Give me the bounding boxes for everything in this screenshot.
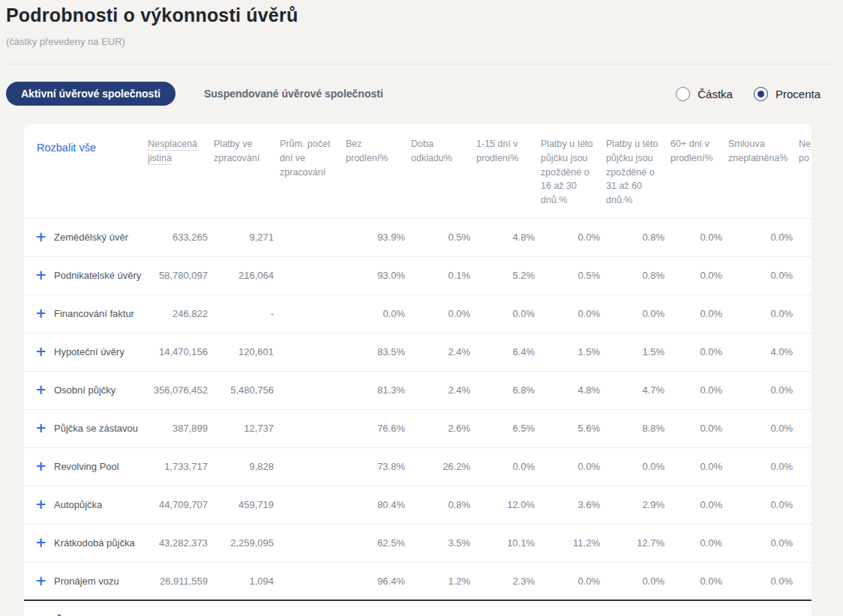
tab-active-lenders[interactable]: Aktivní úvěrové společnosti — [6, 82, 176, 106]
cell-avg-days — [280, 371, 346, 409]
table-row: + Podnikatelské úvěry 58,780,097 216,064… — [24, 256, 812, 295]
cell-current: 62.5% — [346, 524, 411, 562]
cell-1-15: 10.1% — [476, 524, 541, 562]
row-label: Krátkodobá půjčka — [54, 524, 148, 562]
expand-cell: + — [24, 524, 54, 562]
cell-clipped — [799, 562, 812, 600]
cell-16-30: 0.0% — [541, 218, 606, 256]
cell-payments-processing: - — [214, 295, 280, 333]
cell-outstanding-principal: 387,899 — [148, 409, 214, 447]
cell-current: 81.3% — [346, 371, 411, 409]
cell-grace: 0.5% — [411, 218, 476, 256]
display-mode-toggle: Částka Procenta — [676, 87, 820, 101]
cell-grace: 26.2% — [411, 447, 476, 486]
cell-31-60: 2.9% — [606, 486, 670, 524]
cell-contract-voided: 0.0% — [728, 486, 799, 524]
cell-current: 93.9% — [346, 218, 411, 256]
cell-31-60: 12.7% — [606, 524, 670, 562]
loan-performance-table: Rozbalit vše Nesplacená jistina Platby v… — [24, 124, 812, 616]
cell-outstanding-principal: 246,822 — [148, 295, 214, 333]
cell-contract-voided: 0.0% — [728, 562, 799, 600]
expand-plus-icon[interactable]: + — [35, 230, 46, 244]
row-label: Půjčka se zástavou — [54, 409, 148, 447]
cell-1-15: 4.8% — [476, 218, 541, 256]
expand-plus-icon[interactable]: + — [35, 383, 46, 396]
cell-outstanding-principal: 43,282,373 — [148, 524, 214, 562]
cell-clipped — [799, 256, 812, 295]
cell-16-30: 11.2% — [541, 524, 606, 562]
cell-contract-voided: 0.0% — [728, 447, 799, 486]
cell-31-60: 4.7% — [606, 371, 670, 409]
cell-avg-days — [280, 256, 346, 295]
row-label: Financování faktur — [54, 295, 148, 333]
cell-grace: 0.0% — [411, 295, 476, 333]
total-avg-days — [280, 600, 346, 616]
row-label: Zemědělský úvěr — [54, 218, 148, 256]
expand-all-link[interactable]: Rozbalit vše — [37, 140, 96, 157]
cell-payments-processing: 9,828 — [214, 447, 280, 486]
total-label: Částka — [24, 600, 148, 616]
table-row: + Financování faktur 246,822 - 0.0% 0.0%… — [24, 295, 812, 333]
cell-current: 93.0% — [346, 256, 411, 295]
cell-clipped — [799, 409, 812, 447]
cell-31-60: 0.0% — [606, 447, 670, 486]
radio-amount[interactable]: Částka — [676, 87, 733, 101]
expand-plus-icon[interactable]: + — [35, 268, 46, 282]
cell-grace: 3.5% — [411, 524, 476, 562]
cell-payments-processing: 5,480,756 — [214, 371, 280, 409]
tab-suspended-lenders[interactable]: Suspendované úvěrové společnosti — [201, 82, 386, 106]
radio-percent[interactable]: Procenta — [754, 87, 820, 101]
col-header-16-30-late: Platby u této půjčku jsou zpožděné o 16 … — [541, 124, 606, 218]
radio-unselected-icon[interactable] — [676, 87, 690, 101]
cell-16-30: 5.6% — [541, 409, 606, 447]
cell-payments-processing: 12,737 — [214, 409, 280, 447]
cell-avg-days — [280, 218, 346, 256]
expand-plus-icon[interactable]: + — [35, 574, 46, 588]
radio-amount-label: Částka — [698, 88, 733, 100]
cell-avg-days — [280, 486, 346, 524]
expand-plus-icon[interactable]: + — [35, 421, 46, 435]
cell-current: 76.6% — [346, 409, 411, 447]
table-row: + Autopůjčka 44,709,707 459,719 80.4% 0.… — [24, 486, 812, 524]
cell-31-60: 0.0% — [606, 295, 670, 333]
expand-plus-icon[interactable]: + — [35, 459, 46, 473]
col-header-60plus-late: 60+ dní v prodlení% — [670, 124, 728, 218]
total-payments-processing: 8,569,169 — [214, 600, 280, 616]
cell-current: 96.4% — [346, 562, 411, 600]
expand-plus-icon[interactable]: + — [35, 345, 46, 358]
expand-plus-icon[interactable]: + — [35, 307, 46, 320]
cell-current: 73.8% — [346, 447, 411, 486]
expand-all-cell: Rozbalit vše — [24, 124, 148, 218]
cell-60plus: 0.0% — [670, 295, 728, 333]
cell-clipped — [799, 524, 812, 562]
cell-16-30: 0.0% — [541, 447, 606, 486]
col-header-contract-voided: Smlouva zneplatněna% — [728, 124, 799, 218]
cell-contract-voided: 0.0% — [728, 524, 799, 562]
expand-plus-icon[interactable]: + — [35, 536, 46, 549]
cell-31-60: 8.8% — [606, 409, 670, 447]
header-divider — [6, 64, 837, 64]
expand-cell: + — [24, 256, 54, 295]
cell-60plus: 0.0% — [670, 409, 728, 447]
cell-1-15: 5.2% — [476, 256, 541, 295]
cell-outstanding-principal: 633,265 — [148, 218, 214, 256]
cell-avg-days — [280, 524, 346, 562]
expand-plus-icon[interactable]: + — [35, 498, 46, 511]
cell-1-15: 6.5% — [476, 409, 541, 447]
table-row: + Hypoteční úvěry 14,470,156 120,601 83.… — [24, 333, 812, 371]
cell-current: 83.5% — [346, 333, 411, 371]
total-contract-voided: 0.1% — [728, 600, 799, 616]
cell-outstanding-principal: 26,911,559 — [148, 562, 214, 600]
cell-current: 80.4% — [346, 486, 411, 524]
expand-cell: + — [24, 486, 54, 524]
cell-payments-processing: 2,259,095 — [214, 524, 280, 562]
expand-cell: + — [24, 371, 54, 409]
cell-1-15: 2.3% — [476, 562, 541, 600]
cell-contract-voided: 0.0% — [728, 218, 799, 256]
cell-outstanding-principal: 1,733,717 — [148, 447, 214, 486]
table-footer: Částka 547,232,050 8,569,169 81.7% 2.1% … — [24, 600, 812, 616]
table-row: + Půjčka se zástavou 387,899 12,737 76.6… — [24, 409, 812, 447]
cell-clipped — [799, 218, 812, 256]
expand-cell: + — [24, 409, 54, 447]
radio-selected-icon[interactable] — [754, 87, 768, 101]
